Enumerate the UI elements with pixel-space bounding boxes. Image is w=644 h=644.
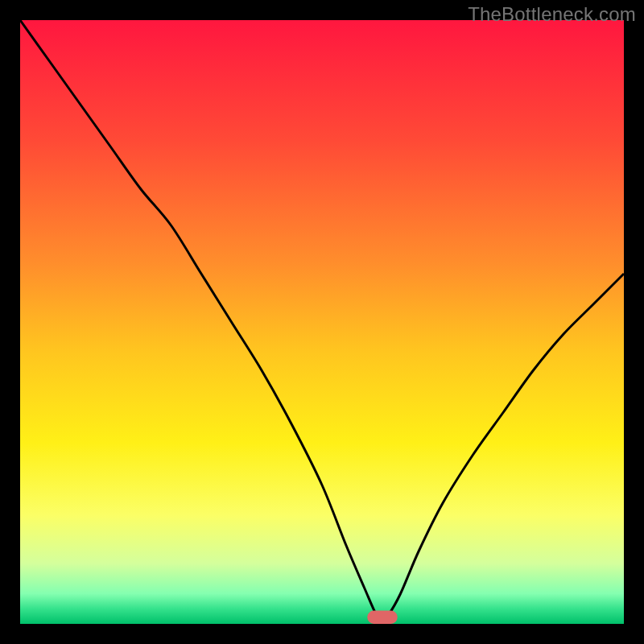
gradient-background	[20, 20, 624, 624]
watermark-text: TheBottleneck.com	[468, 3, 636, 26]
chart-frame: TheBottleneck.com	[0, 0, 644, 644]
chart-svg	[20, 20, 624, 624]
optimal-marker	[367, 611, 398, 625]
plot-area	[20, 20, 624, 624]
